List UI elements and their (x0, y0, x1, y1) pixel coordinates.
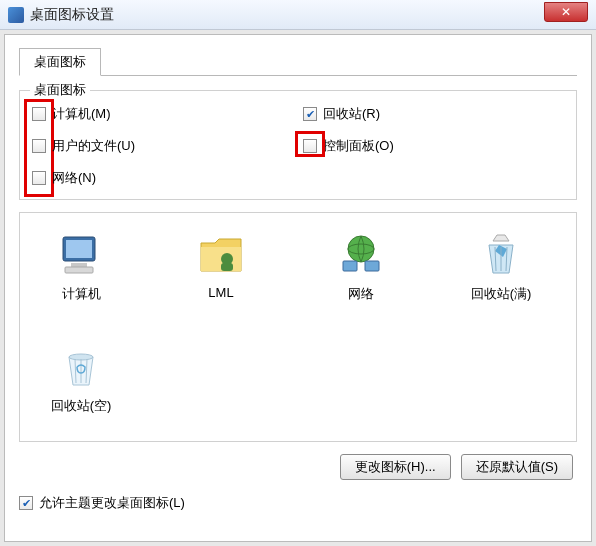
check-allow-theme-label: 允许主题更改桌面图标(L) (39, 494, 185, 512)
check-userfiles-row: 用户的文件(U) (32, 137, 293, 155)
check-network[interactable] (32, 171, 46, 185)
checkbox-grid: 计算机(M) 回收站(R) 用户的文件(U) 控制面板(O) 网络(N) (32, 105, 564, 187)
change-icon-button[interactable]: 更改图标(H)... (340, 454, 451, 480)
desktop-icons-group: 桌面图标 计算机(M) 回收站(R) 用户的文件(U) 控制面板(O) (19, 90, 577, 200)
icon-computer-label: 计算机 (62, 285, 101, 303)
window-title: 桌面图标设置 (30, 6, 114, 24)
check-control-label: 控制面板(O) (323, 137, 394, 155)
svg-rect-8 (343, 261, 357, 271)
check-allow-theme[interactable] (19, 496, 33, 510)
close-button[interactable]: ✕ (544, 2, 588, 22)
restore-default-button[interactable]: 还原默认值(S) (461, 454, 573, 480)
svg-point-6 (348, 236, 374, 262)
icon-recycle-full[interactable]: 回收站(满) (456, 231, 546, 303)
window-icon (8, 7, 24, 23)
icon-userfolder[interactable]: LML (176, 231, 266, 303)
check-computer-label: 计算机(M) (52, 105, 111, 123)
svg-rect-9 (365, 261, 379, 271)
check-control-row: 控制面板(O) (303, 137, 564, 155)
tab-strip: 桌面图标 (19, 47, 577, 76)
allow-theme-row: 允许主题更改桌面图标(L) (19, 494, 577, 512)
group-title: 桌面图标 (30, 81, 90, 99)
svg-rect-2 (71, 263, 87, 267)
check-userfiles[interactable] (32, 139, 46, 153)
folder-icon (197, 231, 245, 279)
check-userfiles-label: 用户的文件(U) (52, 137, 135, 155)
check-recycle-row: 回收站(R) (303, 105, 564, 123)
network-icon (337, 231, 385, 279)
svg-rect-5 (221, 263, 233, 271)
check-computer[interactable] (32, 107, 46, 121)
recycle-full-icon (477, 231, 525, 279)
svg-rect-3 (65, 267, 93, 273)
icon-userfolder-label: LML (208, 285, 233, 300)
recycle-empty-icon (57, 343, 105, 391)
button-row: 更改图标(H)... 还原默认值(S) (19, 454, 577, 480)
dialog-body: 桌面图标 桌面图标 计算机(M) 回收站(R) 用户的文件(U) 控制面板(O) (4, 34, 592, 542)
icon-recycle-empty-label: 回收站(空) (51, 397, 112, 415)
svg-rect-1 (66, 240, 92, 258)
icon-network-label: 网络 (348, 285, 374, 303)
icon-recycle-full-label: 回收站(满) (471, 285, 532, 303)
icon-preview-list: 计算机 LML 网络 (19, 212, 577, 442)
icon-network[interactable]: 网络 (316, 231, 406, 303)
check-recycle-label: 回收站(R) (323, 105, 380, 123)
computer-icon (57, 231, 105, 279)
check-control[interactable] (303, 139, 317, 153)
icon-computer[interactable]: 计算机 (36, 231, 126, 303)
icon-recycle-empty[interactable]: 回收站(空) (36, 343, 126, 415)
check-computer-row: 计算机(M) (32, 105, 293, 123)
check-network-label: 网络(N) (52, 169, 96, 187)
check-network-row: 网络(N) (32, 169, 293, 187)
tab-desktop-icons[interactable]: 桌面图标 (19, 48, 101, 76)
check-recycle[interactable] (303, 107, 317, 121)
titlebar: 桌面图标设置 ✕ (0, 0, 596, 30)
